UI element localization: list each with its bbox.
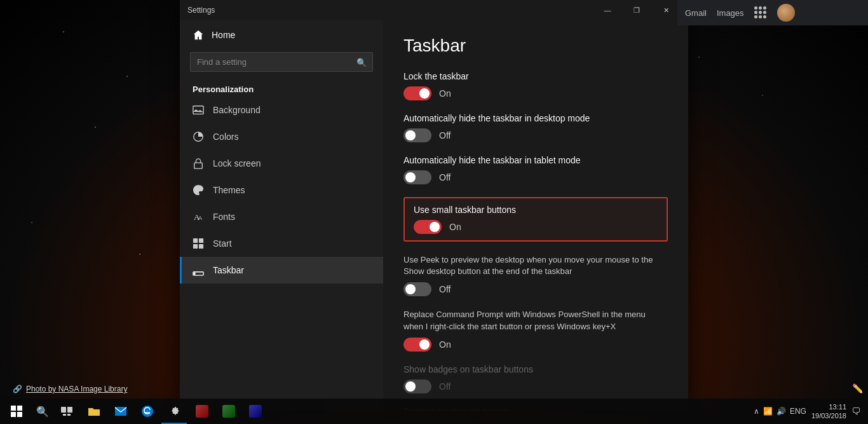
images-link[interactable]: Images [717,8,744,18]
svg-rect-14 [17,412,22,417]
auto-hide-desktop-toggle[interactable] [403,128,431,142]
small-buttons-toggle-row: On [414,220,658,234]
svg-rect-0 [193,106,203,114]
google-apps-icon[interactable] [754,6,767,19]
title-bar: Settings — ❐ ✕ [180,0,688,20]
small-buttons-state: On [449,222,461,232]
background-label: Background [213,105,261,115]
svg-rect-5 [193,238,198,243]
user-avatar[interactable] [777,4,795,22]
lock-taskbar-toggle[interactable] [403,86,431,100]
lock-screen-label: Lock screen [213,158,261,168]
window-title: Settings [187,6,593,15]
start-button[interactable] [3,399,31,424]
taskbar-file-explorer[interactable] [81,399,107,424]
svg-rect-2 [194,163,203,168]
auto-hide-tablet-label: Automatically hide the taskbar in tablet… [403,155,668,165]
start-icon [193,238,204,249]
sidebar-item-taskbar[interactable]: Taskbar [180,257,383,284]
settings-sidebar: Home 🔍 Personalization Background [180,20,383,411]
fonts-label: Fonts [213,212,235,222]
taskbar-search-button[interactable]: 🔍 [31,399,55,424]
auto-hide-tablet-toggle[interactable] [403,170,431,184]
taskbar-edge[interactable] [135,399,160,424]
setting-auto-hide-desktop: Automatically hide the taskbar in deskto… [403,113,668,142]
date-display: 19/03/2018 [811,411,846,420]
taskbar-icon [193,264,204,276]
settings-window: Settings — ❐ ✕ Home 🔍 Personalization [180,0,688,411]
taskbar-app-3[interactable] [243,399,268,424]
language-indicator[interactable]: ENG [790,407,806,416]
search-box: 🔍 [190,52,373,72]
powershell-toggle[interactable] [403,338,431,352]
lock-taskbar-state: On [439,88,451,99]
svg-rect-7 [193,244,198,249]
svg-rect-13 [11,412,16,417]
sidebar-item-background[interactable]: Background [180,97,383,123]
setting-peek: Use Peek to preview the desktop when you… [403,254,668,296]
setting-badges: Show badges on taskbar buttons Off [403,364,668,393]
small-buttons-label: Use small taskbar buttons [414,205,658,215]
auto-hide-desktop-toggle-row: Off [403,128,668,142]
systray: ∧ 📶 🔊 ENG [754,407,806,416]
peek-toggle[interactable] [403,282,431,296]
taskbar-mail[interactable] [108,399,133,424]
sidebar-item-themes[interactable]: Themes [180,177,383,203]
svg-rect-19 [115,407,126,416]
photo-credit-link[interactable]: Photo by NASA Image Library [26,385,127,393]
start-label: Start [213,238,232,249]
colors-label: Colors [213,132,238,142]
task-view-button[interactable] [55,399,79,424]
browser-bar: Gmail Images [677,0,868,25]
badges-toggle[interactable] [403,380,431,393]
svg-rect-11 [11,406,16,411]
maximize-button[interactable]: ❐ [622,0,651,20]
volume-icon[interactable]: 🔊 [776,407,786,416]
lock-taskbar-label: Lock the taskbar [403,71,668,81]
taskbar-bar: 🔍 [0,399,868,424]
edit-button[interactable]: ✏️ [852,383,863,393]
main-content: Taskbar Lock the taskbar On Automaticall… [383,20,688,411]
auto-hide-desktop-state: Off [439,130,451,140]
small-buttons-toggle[interactable] [414,220,442,234]
sidebar-item-home[interactable]: Home [180,20,383,50]
clock[interactable]: 13:11 19/03/2018 [811,402,846,421]
sidebar-item-lock-screen[interactable]: Lock screen [180,150,383,177]
window-controls: — ❐ ✕ [593,0,681,20]
themes-label: Themes [213,185,245,195]
themes-icon [193,184,204,196]
sidebar-item-fonts[interactable]: AA Fonts [180,203,383,230]
powershell-label: Replace Command Prompt with Windows Powe… [403,309,668,332]
gmail-link[interactable]: Gmail [685,8,707,18]
taskbar-app-2[interactable] [216,399,241,424]
home-label: Home [212,30,235,40]
taskbar-settings-active[interactable] [161,399,187,424]
chevron-up-icon[interactable]: ∧ [754,407,759,416]
taskbar-right: ∧ 📶 🔊 ENG 13:11 19/03/2018 🗨 [754,402,865,421]
sidebar-item-colors[interactable]: Colors [180,123,383,150]
colors-icon [193,131,204,142]
notification-button[interactable]: 🗨 [851,406,860,416]
search-input[interactable] [190,52,373,72]
close-button[interactable]: ✕ [651,0,681,20]
lock-screen-icon [193,158,204,169]
taskbar-app-1[interactable] [189,399,215,424]
svg-text:A: A [198,215,202,221]
peek-state: Off [439,284,451,294]
photo-credit: 🔗 Photo by NASA Image Library [13,385,127,393]
auto-hide-tablet-state: Off [439,172,451,182]
svg-rect-18 [67,414,71,416]
svg-rect-10 [194,273,196,275]
auto-hide-desktop-label: Automatically hide the taskbar in deskto… [403,113,668,123]
powershell-state: On [439,339,451,350]
link-icon: 🔗 [13,385,22,393]
svg-rect-6 [199,238,203,243]
sidebar-item-start[interactable]: Start [180,230,383,257]
setting-small-buttons-highlighted: Use small taskbar buttons On [403,197,668,242]
time-display: 13:11 [829,402,846,411]
settings-body: Home 🔍 Personalization Background [180,20,688,411]
setting-auto-hide-tablet: Automatically hide the taskbar in tablet… [403,155,668,184]
background-icon [193,104,204,116]
setting-powershell: Replace Command Prompt with Windows Powe… [403,309,668,351]
minimize-button[interactable]: — [593,0,622,20]
